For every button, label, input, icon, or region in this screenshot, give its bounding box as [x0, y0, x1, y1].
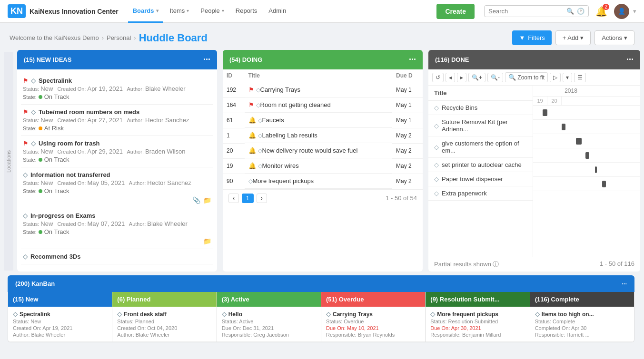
row-id: 90: [223, 174, 245, 189]
zoom-out-button[interactable]: 🔍-: [487, 73, 503, 82]
table-row[interactable]: 192⚑◇ Carrying TraysMay 1: [223, 82, 423, 98]
gantt-nav-right[interactable]: ▷: [550, 73, 561, 82]
nav-admin[interactable]: Admin: [264, 0, 291, 23]
gantt-title-row[interactable]: ◇Paper towel dispenser: [428, 172, 533, 186]
search-input[interactable]: [488, 8, 564, 15]
state-dot: [39, 126, 42, 130]
diamond-icon: ◇: [23, 253, 28, 260]
gantt-title-row[interactable]: ◇Extra paperwork: [428, 186, 533, 201]
app-name: KaiNexus Innovation Center: [30, 8, 119, 15]
kanban-card[interactable]: ◇ More frequent pickupsStatus: Resolutio…: [426, 307, 529, 342]
history-icon[interactable]: 🕐: [577, 8, 585, 15]
bell-icon: 🔔: [248, 116, 256, 124]
kanban-card-meta: Status: Active: [222, 319, 316, 324]
kanban-card-meta: Status: Overdue: [326, 319, 420, 324]
gantt-title-row[interactable]: ◇Recycle Bins: [428, 101, 533, 115]
row-id: 1: [223, 128, 245, 143]
create-button[interactable]: Create: [436, 4, 475, 19]
list-item[interactable]: ⚑ ◇ Tube/med room numbers on meds Status…: [21, 105, 213, 136]
gantt-title-row[interactable]: ◇Suture Removal Kit (per Adrienn...: [428, 115, 533, 136]
kanban-card-title: ◇ Hello: [222, 310, 316, 318]
kanban-card-meta: Due On: Apr 30, 2021: [430, 325, 525, 331]
diamond-icon: ◇: [31, 108, 36, 116]
kanban-column: (51) Overdue◇ Carrying TraysStatus: Over…: [321, 292, 426, 342]
gantt-area: Title ◇Recycle Bins◇Suture Removal Kit (…: [428, 86, 640, 257]
kanban-card[interactable]: ◇ Items too high on...Status: CompleteCo…: [530, 307, 634, 342]
folder-icon[interactable]: 📁: [203, 237, 211, 245]
nav-boards[interactable]: Boards ▾: [128, 0, 163, 23]
diamond-icon: ◇: [434, 104, 439, 111]
gantt-title-row[interactable]: ◇give customers the option of em...: [428, 136, 533, 158]
table-row[interactable]: 19🔔◇ Monitor wiresMay 2: [223, 158, 423, 174]
gantt-year: 2018: [533, 86, 609, 96]
list-item[interactable]: ◇ Recommend 3Ds: [21, 249, 213, 264]
kanban-column: (3) Active◇ HelloStatus: ActiveDue On: D…: [217, 292, 321, 342]
notification-button[interactable]: 🔔 2: [595, 6, 607, 17]
kanban-card-meta: Status: Planned: [117, 319, 211, 324]
col-new-menu[interactable]: ···: [203, 55, 210, 65]
nav-people[interactable]: People ▾: [196, 0, 228, 23]
card-meta: Status: New Created On: Apr 19, 2021 Aut…: [23, 85, 211, 92]
kanban-card-meta: Due On: Dec 31, 2021: [222, 325, 316, 331]
diamond-icon: ◇: [434, 175, 439, 183]
prev-gantt-button[interactable]: ◂: [446, 73, 455, 82]
main-area: Locations (15) NEW IDEAS ··· ⚑ ◇ Spectra…: [0, 50, 644, 272]
gantt-menu[interactable]: ☰: [574, 73, 586, 82]
folder-icon[interactable]: 📁: [203, 196, 211, 204]
refresh-button[interactable]: ↺: [432, 73, 444, 82]
col-new-ideas: (15) NEW IDEAS ··· ⚑ ◇ Spectralink Statu…: [17, 50, 217, 272]
prev-page-button[interactable]: ‹: [228, 194, 239, 203]
col-new-body: ⚑ ◇ Spectralink Status: New Created On: …: [17, 69, 217, 268]
filters-button[interactable]: ▼ Filters: [512, 30, 551, 45]
kanban-card[interactable]: ◇ HelloStatus: ActiveDue On: Dec 31, 202…: [217, 307, 321, 342]
next-page-button[interactable]: ›: [257, 194, 267, 203]
list-item[interactable]: ⚑ ◇ Spectralink Status: New Created On: …: [21, 73, 213, 105]
user-avatar[interactable]: 👤: [614, 4, 629, 19]
row-title: 🔔◇ Faucets: [245, 113, 393, 128]
kanban-card-title: ◇ Carrying Trays: [326, 310, 420, 318]
kanban-card[interactable]: ◇ Front desk staffStatus: PlannedCreated…: [112, 307, 216, 342]
nav-items[interactable]: Items ▾: [165, 0, 194, 23]
list-item[interactable]: ◇ In-progress on Exams Status: New Creat…: [21, 208, 213, 249]
state-dot: [39, 95, 42, 99]
add-button[interactable]: + Add ▾: [555, 30, 591, 45]
paperclip-icon[interactable]: 📎: [192, 196, 200, 204]
diamond-icon: ◇: [258, 132, 262, 139]
doing-footer: ‹ 1 › 1 - 50 of 54: [223, 189, 423, 207]
card-title: ⚑ ◇ Using room for trash: [23, 140, 211, 147]
kanban-card[interactable]: ◇ SpectralinkStatus: NewCreated On: Apr …: [8, 307, 112, 342]
gantt-dropdown[interactable]: ▾: [563, 73, 572, 82]
table-row[interactable]: 61🔔◇ FaucetsMay 1: [223, 113, 423, 128]
list-item[interactable]: ⚑ ◇ Using room for trash Status: New Cre…: [21, 136, 213, 167]
col-doing-menu[interactable]: ···: [409, 55, 416, 65]
zoom-in-button[interactable]: 🔍+: [468, 73, 485, 82]
actions-button[interactable]: Actions ▾: [594, 30, 634, 45]
breadcrumb-root[interactable]: Welcome to the KaiNexus Demo: [10, 34, 99, 41]
kanban-card[interactable]: ◇ Carrying TraysStatus: OverdueDue On: M…: [321, 307, 425, 342]
card-title: ⚑ ◇ Tube/med room numbers on meds: [23, 108, 211, 116]
state-dot: [39, 189, 42, 193]
doing-table: ID Title Due D 192⚑◇ Carrying TraysMay 1…: [223, 69, 423, 189]
boards-row: (15) NEW IDEAS ··· ⚑ ◇ Spectralink Statu…: [17, 50, 640, 272]
row-due: May 2: [392, 128, 423, 143]
gantt-title-row[interactable]: ◇set printer to autoclear cache: [428, 158, 533, 172]
page-1-button[interactable]: 1: [242, 194, 254, 203]
kanban-card-title: ◇ Spectralink: [13, 310, 107, 318]
col-done-menu[interactable]: ···: [626, 55, 634, 65]
nav-reports[interactable]: Reports: [231, 0, 262, 23]
bell-icon: 🔔: [248, 132, 256, 139]
user-menu-chevron[interactable]: ▾: [633, 8, 636, 15]
table-row[interactable]: 1🔔◇ Labeling Lab resultsMay 2: [223, 128, 423, 143]
table-row[interactable]: 90◇ More frequent pickupsMay 2: [223, 174, 423, 189]
kanban-menu[interactable]: ···: [622, 280, 627, 287]
col-doing: (54) DOING ··· ID Title Due D 192⚑◇ Carr…: [223, 50, 423, 272]
breadcrumb-parent[interactable]: Personal: [107, 34, 131, 41]
kanban-card-title: ◇ Items too high on...: [535, 310, 629, 318]
zoom-fit-button[interactable]: 🔍 Zoom to fit: [505, 72, 548, 82]
table-row[interactable]: 164⚑◇ Room not getting cleanedMay 1: [223, 97, 423, 113]
list-item[interactable]: ◇ Information not transferred Status: Ne…: [21, 167, 213, 208]
table-row[interactable]: 20🔔◇ New delivery route would save fuelM…: [223, 143, 423, 158]
next-gantt-button[interactable]: ▸: [457, 73, 466, 82]
kanban-section: (200) KanBan ··· (15) New◇ SpectralinkSt…: [0, 272, 644, 346]
done-toolbar: ↺ ◂ ▸ 🔍+ 🔍- 🔍 Zoom to fit ▷ ▾ ☰: [428, 69, 640, 86]
